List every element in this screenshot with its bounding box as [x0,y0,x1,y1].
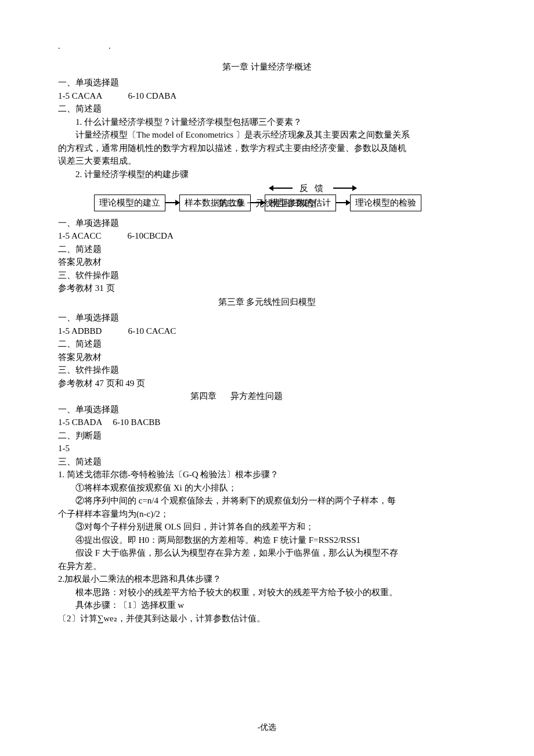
ch4-q2-p2: 具体步骤：〔1〕选择权重 w [58,599,476,611]
ch4-q1-conclusion2: 在异方差。 [58,560,476,573]
ch1-a1-part1: 计量经济模型〔The model of Econometrics 〕是表示经济现… [58,128,476,141]
header-dots: . . [58,42,476,51]
ch2-section2-answers: 答案见教材 [58,255,476,268]
ch4-q1: 1. 简述戈德菲尔德-夸特检验法〔G-Q 检验法〕根本步骤？ [58,468,476,481]
ch4-section1-head: 一、单项选择题 [58,403,476,416]
dot-left: . [58,42,60,51]
document-page: . . 第一章 计量经济学概述 一、单项选择题 1-5 CACAA 6-10 C… [0,0,534,756]
ch4-q1-step1: ①将样本观察值按观察值 Xi 的大小排队； [58,481,476,494]
ch4-q2: 2.加权最小二乘法的根本思路和具体步骤？ [58,573,476,585]
ch4-q1-conclusion1: 假设 F 大于临界值，那么认为模型存在异方差，如果小于临界值，那么认为模型不存 [58,546,476,559]
ch1-a1-part3: 误差三大要素组成。 [58,154,476,167]
ch4-section1-answers: 1-5 CBADA 6-10 BACBB [58,416,476,429]
ch4-q1-step3: ③对每个子样分别进展 OLS 回归，并计算各自的残差平方和； [58,520,476,533]
ch3-section1-head: 一、单项选择题 [58,311,476,324]
ch1-q1: 1. 什么计量经济学模型？计量经济学模型包括哪三个要素？ [58,116,476,128]
ch3-section2-answers: 答案见教材 [58,351,476,363]
ch1-section2-head: 二、简述题 [58,102,476,115]
ch3-section2-head: 二、简述题 [58,337,476,350]
flow-box-theory-test: 理论模型的检验 [350,195,421,211]
model-flowchart: 反 馈 理论模型的建立 样本数据的收集 模型参数的估计 理论模型的检验 第二章 … [94,184,476,215]
chapter3-title: 第三章 多元线性回归模型 [58,297,476,308]
ch4-title-prefix: 第四章 [190,391,217,401]
feedback-arrow-left-icon [269,188,293,189]
feedback-arrow-right-icon [333,188,356,189]
ch4-q1-step2b: 个子样样本容量均为(n-c)/2； [58,507,476,520]
ch1-section1-head: 一、单项选择题 [58,76,476,89]
arrow-icon [165,202,179,203]
page-footer: -优选 [0,722,534,733]
ch4-section2-head: 二、判断题 [58,429,476,442]
feedback-r: 馈 [315,183,323,193]
ch4-q1-step4: ④提出假设。即 H0：两局部数据的方差相等。构造 F 统计量 F=RSS2/RS… [58,534,476,546]
ch3-section3-answers: 参考教材 47 页和 49 页 [58,377,476,390]
chapter4-title: 第四章异方差性问题 [190,390,476,402]
flow-box-theory-build: 理论模型的建立 [94,195,165,211]
ch2-section3-answers: 参考教材 31 页 [58,282,476,294]
ch1-q2: 2. 计量经济学模型的构建步骤 [58,168,476,181]
feedback-l: 反 [300,183,308,193]
ch2-section1-answers: 1-5 ACACC 6-10CBCDA [58,229,476,242]
ch4-section2-answers: 1-5 [58,442,476,455]
ch4-section3-head: 三、简述题 [58,455,476,468]
ch2-section1-head: 一、单项选择题 [58,217,476,229]
ch1-section1-answers: 1-5 CACAA 6-10 CDABA [58,89,476,102]
ch4-q1-step2: ②将序列中间的 c=n/4 个观察值除去，并将剩下的观察值划分一样的两个子样本，… [58,494,476,507]
ch4-q2-p1: 根本思路：对较小的残差平方给予较大的权重，对较大的残差平方给予较小的权重。 [58,586,476,599]
feedback-label: 反 馈 [300,183,323,194]
arrow-icon [336,202,350,203]
ch3-section1-answers: 1-5 ADBBD 6-10 CACAC [58,325,476,337]
chapter1-title: 第一章 计量经济学概述 [58,62,476,73]
ch3-section3-head: 三、软件操作题 [58,363,476,376]
dot-right: . [109,42,111,51]
ch2-section2-head: 二、简述题 [58,243,476,255]
ch1-a1-part2: 的方程式，通常用随机性的数学方程加以描述，数学方程式主要由经济变量、参数以及随机 [58,142,476,154]
ch2-section3-head: 三、软件操作题 [58,269,476,282]
ch4-title-text: 异方差性问题 [230,391,283,401]
chapter2-title: 第二章 一元线性回归模型 [218,198,316,209]
ch4-q2-p3: 〔2〕计算∑we₂，并使其到达最小，计算参数估计值。 [58,612,476,625]
